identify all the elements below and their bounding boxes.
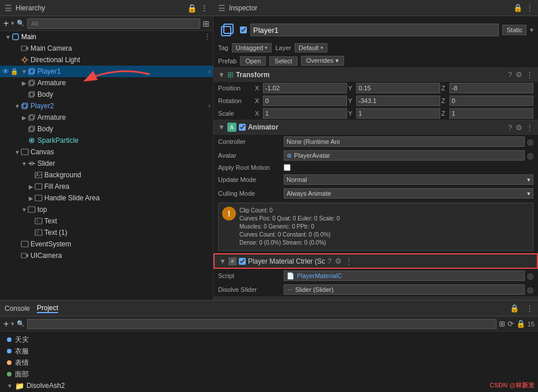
expand-arrow-armature1[interactable]: ▶ [21,80,28,86]
tree-item-armature1[interactable]: ▶ Armature [0,77,213,89]
list-item-yifu[interactable]: 衣服 [5,345,533,357]
animator-settings-icon[interactable]: ⚙ [516,123,522,132]
expand-arrow-slider[interactable]: ▼ [21,161,28,167]
script-target-icon[interactable]: ◎ [527,272,533,280]
tree-item-slider[interactable]: ▼ Slider [0,158,213,169]
tree-item-main[interactable]: ▼ Main ⋮ [0,31,213,43]
hierarchy-more-icon[interactable]: ⋮ [200,3,208,13]
update-mode-dropdown[interactable]: Normal ▾ [284,174,533,185]
bottom-sync-icon[interactable]: ⟳ [508,319,514,328]
player-material-enabled-checkbox[interactable] [239,258,246,265]
position-x-input[interactable] [263,83,347,93]
player-material-section-header[interactable]: ▼ # Player Material Ctrler (Sc ? ⚙ ⋮ [213,253,538,269]
avatar-target-icon[interactable]: ◎ [527,151,533,160]
tree-item-body1[interactable]: Body [0,89,213,100]
animator-help-icon[interactable]: ? [508,123,512,132]
expand-arrow-top[interactable]: ▼ [21,207,28,213]
list-item-mianbu[interactable]: 面部 [5,368,533,380]
disolve-target-icon[interactable]: ◎ [527,286,533,294]
console-tab[interactable]: Console [5,305,30,313]
rotation-x-input[interactable] [263,96,347,106]
project-tab[interactable]: Project [37,304,58,313]
tree-item-top[interactable]: ▼ top [0,204,213,215]
inspector-more-icon[interactable]: ⋮ [526,3,533,12]
bottom-view-icon[interactable]: ⊞ [499,319,505,328]
static-dropdown-arrow[interactable]: ▾ [530,26,533,34]
hierarchy-add-button[interactable]: + [3,18,9,29]
culling-mode-dropdown[interactable]: Always Animate ▾ [284,188,533,199]
animator-enabled-checkbox[interactable] [239,124,246,131]
prefab-select-button[interactable]: Select [269,56,297,66]
tree-item-armature2[interactable]: ▶ Armature [0,112,213,123]
transform-more-icon[interactable]: ⋮ [526,70,533,79]
tree-item-main-camera[interactable]: Main Camera [0,43,213,54]
player-material-help-icon[interactable]: ? [327,257,331,265]
object-enabled-checkbox[interactable] [240,26,247,33]
expand-arrow-main[interactable]: ▼ [5,34,12,40]
tree-item-player1[interactable]: 👁 🔒 ▼ Player1 › [0,66,213,77]
tree-item-eventsystem[interactable]: EventSystem [0,238,213,250]
hierarchy-scene-menu[interactable]: ⋮ [204,33,211,41]
transform-help-icon[interactable]: ? [508,70,512,79]
bottom-dropdown-arrow[interactable]: ▾ [11,320,14,328]
expand-arrow-canvas[interactable]: ▼ [14,149,21,155]
expand-arrow-player2[interactable]: ▼ [14,103,21,109]
hierarchy-search-input[interactable] [27,18,200,29]
object-name-input[interactable] [250,24,499,36]
project-search-input[interactable] [27,319,496,329]
tree-item-text2[interactable]: T Text (1) [0,227,213,238]
controller-target-icon[interactable]: ◎ [527,138,533,146]
player-material-collapse-arrow[interactable]: ▼ [219,257,226,265]
expand-arrow-player1[interactable]: ▼ [21,68,28,75]
position-y-input[interactable] [356,83,440,93]
transform-collapse-arrow[interactable]: ▼ [218,71,225,79]
bottom-lock-icon[interactable]: 🔒 [510,304,519,313]
hierarchy-dropdown-arrow[interactable]: ▾ [11,20,14,27]
static-button[interactable]: Static [502,25,526,35]
player-material-more-icon[interactable]: ⋮ [345,257,353,265]
tree-item-canvas[interactable]: ▼ Canvas [0,146,213,158]
tree-item-handle-slide-area[interactable]: ▶ Handle Slide Area [0,192,213,204]
layer-dropdown[interactable]: Default ▾ [295,43,327,52]
tag-dropdown[interactable]: Untagged ▾ [232,43,272,52]
bottom-lock2-icon[interactable]: 🔒 [516,319,525,328]
hierarchy-title: Hierarchy [16,4,184,12]
scale-y-field: Y [348,108,440,119]
list-item-biaoqing[interactable]: 表情 [5,357,533,368]
scale-z-input[interactable] [449,108,533,119]
visibility-icon[interactable]: 👁 [2,67,9,75]
rotation-y-input[interactable] [356,96,440,106]
tree-item-directional-light[interactable]: Directional Light [0,54,213,66]
folder-collapse-arrow[interactable]: ▼ [7,383,13,389]
tree-item-background[interactable]: Background [0,169,213,181]
scale-y-input[interactable] [356,108,440,119]
transform-settings-icon[interactable]: ⚙ [516,70,522,79]
tree-item-fill-area[interactable]: ▶ Fill Area [0,181,213,192]
prefab-overrides-button[interactable]: Overrides ▾ [301,56,344,66]
apply-root-motion-checkbox[interactable] [284,164,291,171]
animator-more-icon[interactable]: ⋮ [526,123,533,132]
tree-item-player2[interactable]: ▼ Player2 › [0,100,213,112]
player-material-settings-icon[interactable]: ⚙ [335,257,342,265]
tree-item-uicamera[interactable]: UICamera [0,250,213,261]
tree-item-body2[interactable]: Body [0,123,213,135]
svg-rect-13 [30,92,35,96]
bottom-more-icon[interactable]: ⋮ [526,304,533,313]
animator-section-header[interactable]: ▼ A Animator ? ⚙ ⋮ [213,120,538,135]
list-item-tianzai[interactable]: 天灾 [5,334,533,345]
transform-section-header[interactable]: ▼ ⊞ Transform ? ⚙ ⋮ [213,67,538,82]
hierarchy-lock-icon[interactable]: 🔒 [187,3,197,13]
position-z-input[interactable] [449,83,533,93]
scale-x-input[interactable] [263,108,347,119]
expand-arrow-armature2[interactable]: ▶ [21,115,28,121]
inspector-lock-icon[interactable]: 🔒 [513,3,522,12]
prefab-open-button[interactable]: Open [240,56,266,66]
sort-icon[interactable]: ⊞ [203,19,209,28]
bottom-add-button[interactable]: + [3,319,9,329]
lock-icon[interactable]: 🔒 [10,68,18,75]
tree-item-text1[interactable]: T Text [0,215,213,227]
animator-collapse-arrow[interactable]: ▼ [218,123,225,131]
tree-item-sparkparticle[interactable]: SparkParticle [0,135,213,146]
rotation-z-input[interactable] [449,96,533,106]
folder-disolveash2[interactable]: ▼ 📁 DisolveAsh2 [5,380,533,391]
